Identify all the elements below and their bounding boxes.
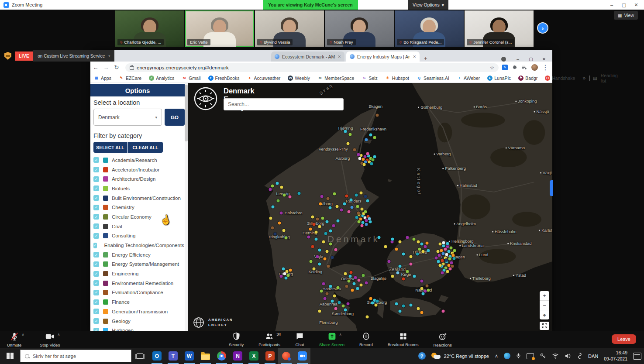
- map-marker[interactable]: [344, 272, 347, 275]
- sidebar-scrollbar[interactable]: [185, 83, 188, 331]
- map-marker[interactable]: [340, 208, 343, 211]
- taskbar-search[interactable]: Skriv her for at søge: [20, 350, 131, 362]
- map-marker[interactable]: [438, 264, 441, 267]
- map-marker[interactable]: [353, 148, 356, 151]
- map-marker[interactable]: [391, 275, 394, 278]
- map-marker[interactable]: [274, 233, 277, 236]
- puzzle-extensions-icon[interactable]: [512, 65, 517, 70]
- map-marker[interactable]: [318, 309, 321, 312]
- taskbar-app-explorer[interactable]: [197, 348, 214, 364]
- map-marker[interactable]: [374, 303, 377, 306]
- edge-icon[interactable]: [504, 353, 510, 359]
- category-row[interactable]: ✓Built Environment/Construction: [93, 193, 183, 203]
- map-marker[interactable]: [444, 247, 447, 251]
- bookmark-gmail[interactable]: MGmail: [182, 76, 200, 81]
- checkbox-checked-icon[interactable]: ✓: [93, 280, 99, 286]
- map-marker[interactable]: [309, 228, 312, 231]
- map-marker[interactable]: [376, 299, 379, 302]
- map-marker[interactable]: [345, 285, 348, 288]
- map-marker[interactable]: [351, 288, 354, 292]
- map-marker[interactable]: [327, 265, 330, 268]
- map-marker[interactable]: [269, 188, 272, 191]
- map-marker[interactable]: [350, 199, 353, 202]
- participant-video[interactable]: ⦸Øyvind Vessia: [255, 10, 324, 47]
- map-marker[interactable]: [289, 269, 292, 272]
- taskbar-app-outlook[interactable]: O: [149, 348, 165, 364]
- checkbox-checked-icon[interactable]: ✓: [93, 167, 99, 172]
- map-marker[interactable]: [354, 276, 357, 279]
- map-marker[interactable]: [368, 220, 372, 223]
- map-marker[interactable]: [448, 258, 451, 261]
- map-marker[interactable]: [438, 254, 441, 257]
- reactions-button[interactable]: Reactions: [433, 332, 451, 347]
- map-marker[interactable]: [333, 192, 336, 196]
- bookmark-seamless-ai[interactable]: QSeamless.AI: [417, 76, 449, 81]
- map-marker[interactable]: [324, 232, 327, 235]
- checkbox-checked-icon[interactable]: ✓: [93, 185, 99, 191]
- map-marker[interactable]: [366, 152, 369, 155]
- checkbox-checked-icon[interactable]: ✓: [93, 271, 99, 277]
- category-row[interactable]: ✓Finance: [93, 297, 183, 307]
- map-marker[interactable]: [364, 195, 367, 198]
- category-row[interactable]: ✓Hydrogen: [93, 326, 183, 331]
- checkbox-checked-icon[interactable]: ✓: [93, 214, 99, 220]
- map-marker[interactable]: [406, 236, 409, 239]
- map-marker[interactable]: [371, 302, 374, 305]
- map-marker[interactable]: [420, 311, 424, 314]
- map-marker[interactable]: [427, 288, 430, 292]
- map-marker[interactable]: [402, 305, 405, 308]
- help-icon[interactable]: ?: [418, 352, 426, 360]
- taskbar-app-teams[interactable]: T: [165, 348, 181, 364]
- map-marker[interactable]: [449, 247, 452, 250]
- bookmark-hubspot[interactable]: ✳Hubspot: [385, 76, 409, 81]
- checkbox-checked-icon[interactable]: ✓: [93, 233, 99, 239]
- map-marker[interactable]: [373, 136, 376, 139]
- map-marker[interactable]: [451, 265, 454, 268]
- map-marker[interactable]: [276, 182, 279, 185]
- category-row[interactable]: ✓Energy Systems/Management: [93, 260, 183, 269]
- map-marker[interactable]: [446, 242, 449, 245]
- taskbar-app-onenote[interactable]: N: [230, 348, 246, 364]
- tab-ecosystem-denmark[interactable]: Ecosystem Denmark - AMERICA... ✕: [271, 52, 344, 62]
- chevron-up-icon[interactable]: ∧: [339, 333, 342, 337]
- bookmark-memberspace[interactable]: MMemberSpace: [317, 76, 354, 81]
- map-marker[interactable]: [382, 277, 385, 280]
- category-row[interactable]: ✓Chemistry: [93, 203, 183, 212]
- map-marker[interactable]: [441, 309, 444, 312]
- map-marker[interactable]: [422, 250, 425, 253]
- notification-center-icon[interactable]: [633, 353, 641, 360]
- bookmark-apps[interactable]: ▦Apps: [94, 76, 111, 81]
- map-marker[interactable]: [322, 240, 325, 243]
- scrollbar-thumb[interactable]: [185, 85, 188, 141]
- leave-button[interactable]: Leave: [612, 334, 636, 344]
- map-marker[interactable]: [396, 271, 399, 274]
- address-bar[interactable]: energymaps.energysociety.org/#denmark ☆: [125, 63, 499, 72]
- map-marker[interactable]: [369, 134, 372, 137]
- map-marker[interactable]: [271, 184, 274, 187]
- map-marker[interactable]: [337, 219, 340, 222]
- map-marker[interactable]: [336, 205, 339, 208]
- bookmark-star-icon[interactable]: ☆: [490, 65, 494, 71]
- map-marker[interactable]: [369, 297, 372, 300]
- bookmark-badgr[interactable]: ⚑Badgr: [518, 76, 537, 81]
- map-marker[interactable]: [310, 260, 313, 263]
- map-marker[interactable]: [356, 287, 359, 290]
- zoom-in-button[interactable]: +: [540, 291, 549, 301]
- map-marker[interactable]: [283, 272, 286, 275]
- map-marker[interactable]: [425, 285, 428, 288]
- live-service-label[interactable]: on Custom Live Streaming Service▾: [33, 50, 114, 62]
- map-marker[interactable]: [373, 155, 376, 158]
- checkbox-checked-icon[interactable]: ✓: [93, 223, 99, 229]
- category-row[interactable]: ✓Evaluation/Compliance: [93, 288, 183, 298]
- clear-all-button[interactable]: CLEAR ALL: [127, 142, 163, 153]
- map-marker[interactable]: [283, 193, 286, 196]
- key-icon[interactable]: [540, 353, 546, 359]
- checkbox-checked-icon[interactable]: ✓: [93, 261, 99, 267]
- map-marker[interactable]: [418, 247, 421, 251]
- map-marker[interactable]: [446, 270, 449, 273]
- map-marker[interactable]: [277, 199, 280, 202]
- view-options-button[interactable]: View Options ▾: [408, 0, 448, 10]
- mic-icon[interactable]: [516, 353, 521, 359]
- map-marker[interactable]: [398, 265, 401, 268]
- map-marker[interactable]: [355, 216, 358, 219]
